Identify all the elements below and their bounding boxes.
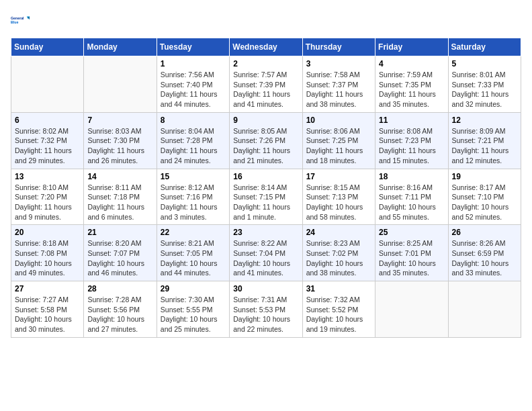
day-of-week-header: Saturday — [448, 38, 521, 56]
day-detail: Sunrise: 8:18 AMSunset: 7:08 PMDaylight:… — [15, 238, 80, 278]
calendar-cell: 21Sunrise: 8:20 AMSunset: 7:07 PMDayligh… — [84, 225, 157, 281]
day-number: 27 — [15, 284, 80, 293]
calendar-cell: 13Sunrise: 8:10 AMSunset: 7:20 PMDayligh… — [11, 169, 84, 225]
day-detail: Sunrise: 7:31 AMSunset: 5:53 PMDaylight:… — [233, 295, 298, 334]
logo-icon: General Blue — [11, 11, 30, 30]
calendar-cell: 3Sunrise: 7:58 AMSunset: 7:37 PMDaylight… — [302, 56, 375, 113]
calendar-cell: 19Sunrise: 8:17 AMSunset: 7:10 PMDayligh… — [448, 169, 521, 225]
calendar-cell: 17Sunrise: 8:15 AMSunset: 7:13 PMDayligh… — [302, 169, 375, 225]
day-of-week-header: Friday — [375, 38, 448, 56]
calendar-cell: 27Sunrise: 7:27 AMSunset: 5:58 PMDayligh… — [11, 281, 84, 338]
day-number: 30 — [233, 284, 298, 293]
calendar-cell: 30Sunrise: 7:31 AMSunset: 5:53 PMDayligh… — [230, 281, 302, 338]
calendar-cell — [84, 56, 157, 113]
day-detail: Sunrise: 8:02 AMSunset: 7:32 PMDaylight:… — [15, 126, 80, 166]
day-number: 5 — [452, 59, 517, 68]
calendar-week-row: 27Sunrise: 7:27 AMSunset: 5:58 PMDayligh… — [11, 281, 521, 338]
calendar-table: SundayMondayTuesdayWednesdayThursdayFrid… — [11, 38, 521, 338]
calendar-week-row: 13Sunrise: 8:10 AMSunset: 7:20 PMDayligh… — [11, 169, 521, 225]
day-number: 28 — [87, 284, 152, 293]
day-detail: Sunrise: 7:32 AMSunset: 5:52 PMDaylight:… — [306, 295, 371, 334]
day-number: 20 — [15, 228, 80, 237]
day-of-week-header: Thursday — [302, 38, 375, 56]
day-number: 1 — [161, 59, 226, 68]
day-number: 2 — [233, 59, 298, 68]
day-number: 29 — [161, 284, 226, 293]
day-detail: Sunrise: 8:05 AMSunset: 7:26 PMDaylight:… — [233, 126, 298, 166]
day-number: 18 — [379, 172, 444, 181]
day-detail: Sunrise: 8:23 AMSunset: 7:02 PMDaylight:… — [306, 238, 371, 278]
svg-text:General: General — [11, 16, 24, 20]
day-detail: Sunrise: 8:08 AMSunset: 7:23 PMDaylight:… — [379, 126, 444, 166]
calendar-cell: 10Sunrise: 8:06 AMSunset: 7:25 PMDayligh… — [302, 112, 375, 169]
day-detail: Sunrise: 8:22 AMSunset: 7:04 PMDaylight:… — [233, 238, 298, 278]
calendar-cell — [375, 281, 448, 338]
day-number: 24 — [306, 228, 371, 237]
day-of-week-header: Wednesday — [230, 38, 302, 56]
day-detail: Sunrise: 8:17 AMSunset: 7:10 PMDaylight:… — [452, 183, 517, 222]
calendar-cell: 1Sunrise: 7:56 AMSunset: 7:40 PMDaylight… — [157, 56, 229, 113]
day-number: 8 — [161, 116, 226, 125]
calendar-cell: 12Sunrise: 8:09 AMSunset: 7:21 PMDayligh… — [448, 112, 521, 169]
calendar-cell: 16Sunrise: 8:14 AMSunset: 7:15 PMDayligh… — [230, 169, 302, 225]
day-number: 19 — [452, 172, 517, 181]
calendar-week-row: 1Sunrise: 7:56 AMSunset: 7:40 PMDaylight… — [11, 56, 521, 113]
day-detail: Sunrise: 8:25 AMSunset: 7:01 PMDaylight:… — [379, 238, 444, 278]
day-of-week-header: Tuesday — [157, 38, 229, 56]
calendar-cell: 14Sunrise: 8:11 AMSunset: 7:18 PMDayligh… — [84, 169, 157, 225]
day-number: 26 — [452, 228, 517, 237]
day-detail: Sunrise: 8:20 AMSunset: 7:07 PMDaylight:… — [87, 238, 152, 278]
calendar-cell: 25Sunrise: 8:25 AMSunset: 7:01 PMDayligh… — [375, 225, 448, 281]
calendar-cell: 11Sunrise: 8:08 AMSunset: 7:23 PMDayligh… — [375, 112, 448, 169]
day-of-week-header: Sunday — [11, 38, 84, 56]
day-number: 14 — [87, 172, 152, 181]
calendar-cell: 29Sunrise: 7:30 AMSunset: 5:55 PMDayligh… — [157, 281, 229, 338]
day-number: 25 — [379, 228, 444, 237]
calendar-week-row: 6Sunrise: 8:02 AMSunset: 7:32 PMDaylight… — [11, 112, 521, 169]
day-number: 10 — [306, 116, 371, 125]
day-of-week-header: Monday — [84, 38, 157, 56]
day-number: 9 — [233, 116, 298, 125]
day-number: 15 — [161, 172, 226, 181]
calendar-header-row: SundayMondayTuesdayWednesdayThursdayFrid… — [11, 38, 521, 56]
day-number: 6 — [15, 116, 80, 125]
day-detail: Sunrise: 7:30 AMSunset: 5:55 PMDaylight:… — [161, 295, 226, 334]
day-detail: Sunrise: 7:59 AMSunset: 7:35 PMDaylight:… — [379, 70, 444, 109]
calendar-week-row: 20Sunrise: 8:18 AMSunset: 7:08 PMDayligh… — [11, 225, 521, 281]
day-detail: Sunrise: 8:06 AMSunset: 7:25 PMDaylight:… — [306, 126, 371, 166]
calendar-cell: 4Sunrise: 7:59 AMSunset: 7:35 PMDaylight… — [375, 56, 448, 113]
day-detail: Sunrise: 8:12 AMSunset: 7:16 PMDaylight:… — [161, 183, 226, 222]
day-number: 23 — [233, 228, 298, 237]
calendar-cell: 20Sunrise: 8:18 AMSunset: 7:08 PMDayligh… — [11, 225, 84, 281]
day-detail: Sunrise: 8:11 AMSunset: 7:18 PMDaylight:… — [87, 183, 152, 222]
page-header: General Blue — [11, 11, 521, 30]
day-detail: Sunrise: 8:15 AMSunset: 7:13 PMDaylight:… — [306, 183, 371, 222]
svg-text:Blue: Blue — [11, 20, 18, 24]
day-number: 16 — [233, 172, 298, 181]
day-number: 12 — [452, 116, 517, 125]
logo: General Blue — [11, 11, 30, 30]
calendar-cell: 15Sunrise: 8:12 AMSunset: 7:16 PMDayligh… — [157, 169, 229, 225]
calendar-cell: 26Sunrise: 8:26 AMSunset: 6:59 PMDayligh… — [448, 225, 521, 281]
day-number: 13 — [15, 172, 80, 181]
calendar-cell: 8Sunrise: 8:04 AMSunset: 7:28 PMDaylight… — [157, 112, 229, 169]
calendar-cell — [448, 281, 521, 338]
day-detail: Sunrise: 8:21 AMSunset: 7:05 PMDaylight:… — [161, 238, 226, 278]
calendar-cell: 31Sunrise: 7:32 AMSunset: 5:52 PMDayligh… — [302, 281, 375, 338]
day-detail: Sunrise: 7:56 AMSunset: 7:40 PMDaylight:… — [161, 70, 226, 109]
calendar-cell: 22Sunrise: 8:21 AMSunset: 7:05 PMDayligh… — [157, 225, 229, 281]
day-number: 21 — [87, 228, 152, 237]
day-number: 22 — [161, 228, 226, 237]
calendar-cell: 5Sunrise: 8:01 AMSunset: 7:33 PMDaylight… — [448, 56, 521, 113]
day-detail: Sunrise: 7:27 AMSunset: 5:58 PMDaylight:… — [15, 295, 80, 334]
calendar-cell: 9Sunrise: 8:05 AMSunset: 7:26 PMDaylight… — [230, 112, 302, 169]
day-detail: Sunrise: 7:28 AMSunset: 5:56 PMDaylight:… — [87, 295, 152, 334]
day-detail: Sunrise: 7:57 AMSunset: 7:39 PMDaylight:… — [233, 70, 298, 109]
calendar-cell: 6Sunrise: 8:02 AMSunset: 7:32 PMDaylight… — [11, 112, 84, 169]
day-detail: Sunrise: 8:16 AMSunset: 7:11 PMDaylight:… — [379, 183, 444, 222]
calendar-cell: 2Sunrise: 7:57 AMSunset: 7:39 PMDaylight… — [230, 56, 302, 113]
day-detail: Sunrise: 8:10 AMSunset: 7:20 PMDaylight:… — [15, 183, 80, 222]
day-number: 3 — [306, 59, 371, 68]
day-detail: Sunrise: 8:09 AMSunset: 7:21 PMDaylight:… — [452, 126, 517, 166]
calendar-cell: 18Sunrise: 8:16 AMSunset: 7:11 PMDayligh… — [375, 169, 448, 225]
